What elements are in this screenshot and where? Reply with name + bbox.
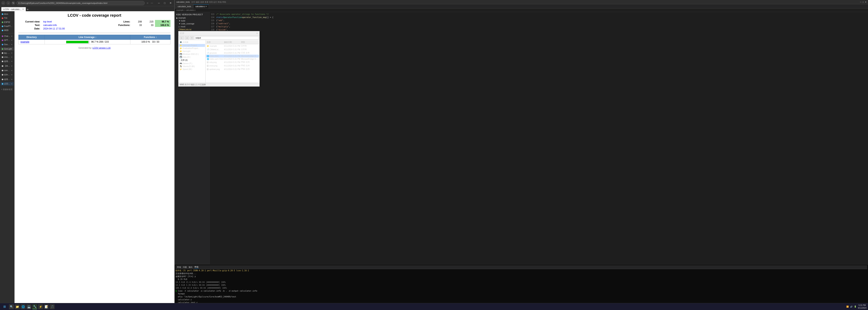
minimize-button[interactable]: ─	[156, 1, 162, 5]
vscode-breadcrumb: example > calculator.c	[175, 8, 868, 12]
sidebar-close-icon[interactable]: ✕	[11, 65, 12, 67]
sidebar-label: ESP32	[4, 21, 10, 23]
sidebar-item-google-translate[interactable]: Google 翻译 ✕	[1, 42, 14, 47]
vscode-win-close[interactable]: ✕	[865, 1, 866, 3]
vscode-win-max[interactable]: □	[863, 1, 864, 3]
fe-row-cmakelists[interactable]: 📄 CMakeLst... 4/11/2024 5:31 PM 文件夹	[206, 48, 259, 51]
fe-row-index[interactable]: 🌐 index.html 4/11/2024 5:31 PM Microsoft…	[206, 55, 259, 58]
taskbar-app3-icon[interactable]: 🎵	[50, 304, 55, 309]
problems-tab[interactable]: 问题	[183, 266, 187, 269]
taskbar-explorer-icon[interactable]: 📁	[15, 304, 20, 309]
sidebar-close-icon[interactable]: ✕	[11, 56, 12, 58]
sidebar-item-lpg[interactable]: lpg - master... ✕	[1, 51, 14, 55]
sidebar-divider	[0, 33, 14, 33]
col-line-coverage[interactable]: Line Coverage ↕	[45, 35, 130, 40]
file-tree-item-coverage[interactable]: ▼ code_coverage	[175, 22, 210, 25]
nav-back-button[interactable]: ←	[1, 1, 5, 5]
fe-row-example[interactable]: 📁 example 4/11/2024 5:31 PM 文件夹	[206, 44, 259, 48]
fe-row-index-sort[interactable]: 🌐 index-sort-f.html 4/11/2024 5:31 PM Mi…	[206, 58, 259, 60]
functions-label: Functions:	[113, 24, 132, 27]
terminal-tab[interactable]: 终端	[194, 266, 198, 269]
bookmark-button[interactable]: ☆	[146, 1, 149, 5]
sidebar-item-unit-test[interactable]: 【单元测试】C... ✕	[1, 64, 14, 68]
browser-tab-lcov[interactable]: LCOV - calculato... ✕	[1, 7, 26, 11]
extensions-button[interactable]: ⋯	[150, 1, 154, 5]
file-explorer-close-icon[interactable]: ✕	[256, 32, 258, 35]
fe-nav-item-genlight[interactable]: 📁 GenLight Project	[179, 44, 205, 47]
sidebar-close-icon[interactable]: ✕	[11, 60, 12, 62]
output-tab[interactable]: 输出	[189, 266, 193, 269]
sidebar-close-icon[interactable]: ✕	[11, 39, 12, 41]
taskbar-terminal-icon[interactable]: ⚡	[38, 304, 43, 309]
sidebar-item-genlight[interactable]: GenLight	[1, 47, 14, 51]
file-tree-item-cmake[interactable]: CMakeLists.txt	[175, 28, 210, 31]
sidebar-close-icon[interactable]: ✕	[11, 35, 12, 37]
fe-row-gcov[interactable]: 📄 gnuexec 4/11/2024 5:31 PM CSS 文件	[206, 51, 259, 55]
fe-row-ruby[interactable]: 🖼 ruby.png 4/11/2024 5:31 PM PNG 文件	[206, 60, 259, 64]
sidebar-item-lcov[interactable]: LCOV - calculato... ✕	[1, 82, 14, 86]
sidebar-item-command-not-found[interactable]: command not fo... ✕	[1, 69, 14, 72]
taskbar-time-display: 5:31 PM	[858, 304, 867, 307]
sidebar-item-chatgpt[interactable]: ChatGPT ✕	[1, 34, 14, 38]
file-tree-item-build[interactable]: ▼ build	[175, 19, 210, 22]
url-bar[interactable]	[16, 1, 145, 5]
taskbar-edge-icon[interactable]: 🌐	[21, 304, 26, 309]
col-functions[interactable]: Functions ↕	[130, 35, 170, 40]
fe-nav-item-data[interactable]: 💾 Data (D:)	[179, 56, 205, 59]
sidebar-close-icon[interactable]: ✕	[11, 43, 12, 45]
fe-row-updown[interactable]: 🖼 updown.png 4/11/2024 5:31 PM PNG 文件	[206, 67, 259, 71]
sidebar-close-icon[interactable]: ✕	[11, 79, 12, 81]
tab-close-icon[interactable]: ✕	[22, 8, 24, 10]
start-button[interactable]: ⊞	[2, 304, 7, 309]
nav-forward-button[interactable]: →	[6, 1, 10, 5]
nav-refresh-button[interactable]: ↻	[11, 1, 16, 5]
fe-nav-item-graduation[interactable]: 📁 GraduationProject...	[179, 47, 205, 50]
sidebar-item-docs[interactable]: docs	[1, 12, 14, 16]
vscode-tab-tests[interactable]: calculator_tests	[176, 4, 193, 8]
sidebar-close-icon[interactable]: ✕	[11, 69, 12, 71]
col-directory[interactable]: Directory	[19, 35, 45, 40]
sidebar-close-icon[interactable]: ✕	[11, 74, 12, 76]
sidebar-item-gcov[interactable]: 使用 Gcov 和 LC... ✕	[1, 77, 14, 82]
fe-nav-item-games[interactable]: 🎮 Games (F:)	[179, 62, 205, 65]
sidebar-item-freertos[interactable]: FreePTOS	[1, 24, 14, 28]
sidebar-close-icon[interactable]: ✕	[11, 83, 12, 85]
sidebar-item-web[interactable]: WEB	[1, 29, 14, 32]
sidebar-item-cmocka[interactable]: cmocka Assert... ✕	[1, 55, 14, 59]
fe-back-button[interactable]: ←	[179, 36, 184, 39]
fe-forward-button[interactable]: →	[185, 36, 189, 39]
new-tab-sidebar-button[interactable]: + 新建标签页	[0, 87, 14, 92]
vscode-win-min[interactable]: ─	[860, 1, 861, 3]
taskbar-vscode-icon[interactable]: 💻	[26, 304, 31, 309]
fe-nav-item-computer[interactable]: 💻 此电脑	[179, 40, 205, 44]
sidebar-item-esp32[interactable]: ESP32	[1, 20, 14, 24]
close-button[interactable]: ✕	[168, 1, 173, 5]
fe-path-input[interactable]	[194, 36, 259, 39]
fe-nav-item-ubuntu[interactable]: 🐧 Ubuntu22 (M:)	[179, 65, 205, 68]
fe-nav-item-genlight2[interactable]: 📁 GenLight	[179, 50, 205, 53]
vscode-tab-calculator[interactable]: calculator.c ×	[193, 4, 209, 8]
fe-nav-item-windows-ssd[interactable]: 💾 Windows SSD (C:)	[179, 53, 205, 56]
new-tab-button[interactable]: +	[27, 8, 29, 11]
taskbar-active-app-icon[interactable]: 🔧	[32, 304, 37, 309]
fe-row-snow[interactable]: 🖼 snow.png 4/11/2024 5:31 PM PNG 文件	[206, 64, 259, 67]
file-tree-item-example[interactable]: ▶ example	[175, 17, 210, 19]
test-value[interactable]: calcuator.info	[42, 24, 73, 27]
footer-lcov-link[interactable]: LCOV version 1.16	[92, 47, 111, 49]
sidebar-item-toi[interactable]: TOI	[1, 16, 14, 20]
current-view-value[interactable]: top level	[42, 20, 73, 24]
fe-up-button[interactable]: ↑	[190, 36, 194, 39]
fe-nav-item-speed[interactable]: ⚡ Speed (M:)	[179, 68, 205, 71]
sidebar-item-cmocka2[interactable]: 使用 cmocka 进... ✕	[1, 59, 14, 64]
sidebar-dot	[2, 56, 3, 58]
sidebar-item-gptdos[interactable]: GPTDOS - Gf.. ✕	[1, 38, 14, 42]
tab-label: LCOV - calculato...	[3, 8, 21, 10]
taskbar-search-icon[interactable]: 🔍	[9, 304, 14, 309]
maximize-button[interactable]: □	[162, 1, 167, 5]
file-tree-item-mock[interactable]: ▷ mock	[175, 25, 210, 28]
dir-link[interactable]: example	[21, 40, 29, 43]
taskbar-clock[interactable]: 5:31 PM 4/11/2024	[858, 304, 867, 309]
sidebar-item-linux-install[interactable]: 在linux下安装C... ✕	[1, 73, 14, 77]
taskbar-app2-icon[interactable]: 📝	[44, 304, 49, 309]
sidebar-close-icon[interactable]: ✕	[11, 52, 12, 54]
